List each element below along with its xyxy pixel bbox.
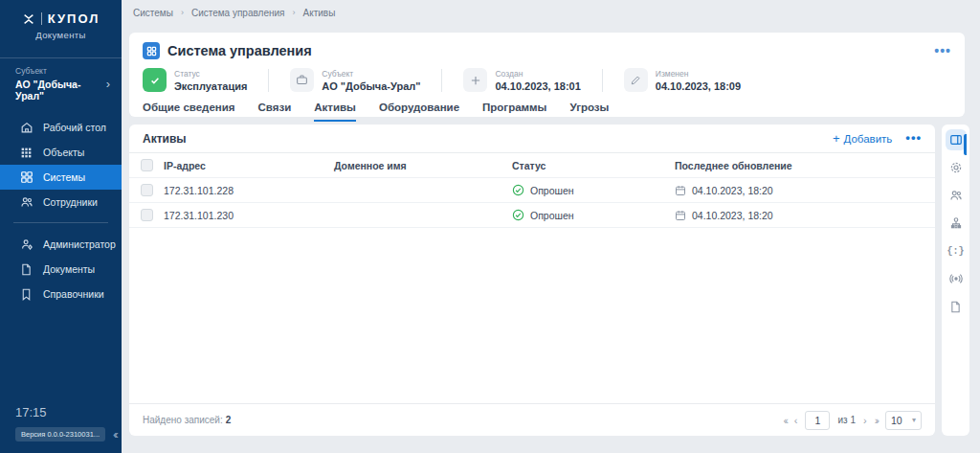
right-toolbar: {:} [942,125,969,436]
logo-title: КУПОЛ [48,11,100,26]
column-header-status: Статус [512,160,675,171]
column-header-updated: Последнее обновление [675,160,935,171]
tab-bar: Общие сведения Связи Активы Оборудование… [143,102,951,122]
kupol-logo-icon [22,12,35,26]
status-value: Эксплуатация [174,80,247,92]
sidebar-item-desktop[interactable]: Рабочий стол [0,115,122,140]
subject-chip: Субъект АО "Добыча-Урал" [290,68,420,92]
assets-card: Активы + Добавить ••• IP-адрес Доменное … [129,125,935,436]
subject-chip-value: АО "Добыча-Урал" [322,80,420,92]
table-row[interactable]: 172.31.101.228 Опрошен 04.10.2023, 18:20 [129,178,935,203]
sidebar-item-objects[interactable]: Объекты [0,140,122,165]
chevron-right-icon: › [181,8,184,17]
chevron-right-icon: › [106,78,110,90]
sidebar-item-administrator[interactable]: Администратор [0,232,122,257]
sidebar-item-label: Объекты [43,147,84,158]
records-found: Найдено записей:2 [143,415,231,425]
system-icon [143,42,160,59]
status-check-icon [512,209,524,221]
breadcrumb-control-system[interactable]: Система управления [191,8,285,18]
grid-icon [19,146,33,160]
created-chip: Создан 04.10.2023, 18:01 [463,68,580,92]
pencil-icon [624,68,648,92]
header-more-icon[interactable]: ••• [934,48,951,55]
calendar-icon [675,185,686,196]
people-icon[interactable] [946,185,967,206]
page-title: Система управления [167,43,926,58]
info-panel-icon[interactable] [946,129,967,150]
subject-value: АО "Добыча-Урал" [15,79,106,102]
page-number-input[interactable] [805,411,830,430]
squares-icon [19,170,33,185]
admin-icon [19,238,33,252]
sidebar-item-references[interactable]: Справочники [0,282,122,306]
add-asset-button[interactable]: + Добавить [833,131,892,146]
updated-text: 04.10.2023, 18:20 [692,185,773,196]
tab-links[interactable]: Связи [258,102,292,122]
chip-label: Создан [495,69,580,79]
status-text: Опрошен [530,185,574,196]
divider [602,69,603,92]
file-icon[interactable] [946,296,967,317]
first-page-icon[interactable]: ‹‹ [783,415,786,426]
document-icon [19,262,33,277]
page-size-select[interactable]: 10 ▾ [885,411,922,430]
chip-label: Изменен [656,69,741,79]
logo-divider [41,12,42,25]
calendar-icon [675,210,686,221]
divider [268,69,269,92]
briefcase-icon [290,68,314,92]
section-title: Активы [143,132,833,146]
modified-chip: Изменен 04.10.2023, 18:09 [624,68,741,92]
last-page-icon[interactable]: ›› [875,415,878,426]
page-of-label: из 1 [837,415,856,425]
main-area: Системы › Система управления › Активы Си… [122,0,980,453]
sidebar-footer: 17:15 Версия 0.0.0-2310031... ‹‹ [0,405,122,453]
updated-text: 04.10.2023, 18:20 [692,210,773,221]
plus-icon [463,68,487,92]
status-chip: Статус Эксплуатация [143,68,247,92]
chip-label: Статус [174,69,247,79]
section-more-icon[interactable]: ••• [905,135,922,142]
tab-programs[interactable]: Программы [482,102,546,122]
home-icon [19,121,33,135]
select-all-checkbox[interactable] [141,159,153,171]
tab-assets[interactable]: Активы [314,102,356,122]
breadcrumb-assets[interactable]: Активы [303,8,336,18]
sidebar-item-label: Справочники [43,288,104,300]
divider [441,69,442,92]
sidebar-item-documents[interactable]: Документы [0,257,122,282]
tab-general[interactable]: Общие сведения [143,102,235,122]
sidebar-nav: Рабочий стол Объекты Системы Сотрудники [0,115,122,306]
subject-selector[interactable]: Субъект АО "Добыча-Урал" › [0,58,122,111]
hierarchy-icon[interactable] [946,213,967,234]
sidebar-item-label: Сотрудники [43,196,98,208]
breadcrumb-systems[interactable]: Системы [133,8,173,18]
chip-label: Субъект [322,69,420,79]
sidebar-item-label: Системы [43,171,85,183]
gear-icon[interactable] [946,157,967,178]
logo: КУПОЛ Документы [0,0,122,50]
nav-divider [13,222,108,232]
collapse-sidebar-icon[interactable]: ‹‹ [113,427,116,442]
ip-cell: 172.31.101.228 [164,185,334,196]
sidebar-item-employees[interactable]: Сотрудники [0,190,122,215]
prev-page-icon[interactable]: ‹ [794,415,798,426]
code-braces-icon[interactable]: {:} [946,240,967,261]
row-checkbox[interactable] [141,209,153,221]
chevron-down-icon: ▾ [912,416,916,424]
sidebar-item-systems[interactable]: Системы [0,165,122,190]
status-check-icon [512,184,524,196]
sidebar-item-label: Администратор [43,238,116,250]
tab-equipment[interactable]: Оборудование [379,102,459,122]
row-checkbox[interactable] [141,184,153,196]
broadcast-icon[interactable] [946,268,967,289]
next-page-icon[interactable]: › [863,415,867,426]
created-value: 04.10.2023, 18:01 [495,80,580,92]
records-count: 2 [226,415,232,425]
table-footer: Найдено записей:2 ‹‹ ‹ из 1 › ›› 10 ▾ [129,403,935,436]
people-icon [19,195,33,210]
system-header-card: Система управления ••• Статус Эксплуатац… [129,33,965,117]
table-row[interactable]: 172.31.101.230 Опрошен 04.10.2023, 18:20 [129,203,935,228]
tab-threats[interactable]: Угрозы [569,102,609,122]
